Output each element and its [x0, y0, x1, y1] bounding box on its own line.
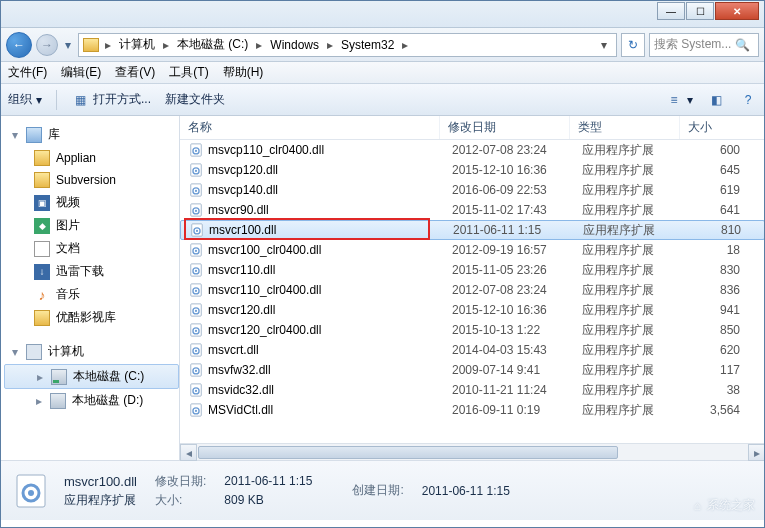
search-input[interactable]: 搜索 System... 🔍	[649, 33, 759, 57]
horizontal-scrollbar[interactable]: ◂ ▸	[180, 443, 765, 460]
breadcrumb-separator[interactable]: ▸	[103, 38, 113, 52]
refresh-button[interactable]: ↻	[621, 33, 645, 57]
new-folder-button[interactable]: 新建文件夹	[165, 91, 225, 108]
file-type: 应用程序扩展	[582, 322, 692, 339]
tree-libraries[interactable]: 库	[4, 122, 179, 147]
view-options-button[interactable]: ≡ ▾	[665, 91, 693, 109]
column-size[interactable]: 大小	[680, 116, 765, 139]
menu-file[interactable]: 文件(F)	[8, 64, 47, 81]
tree-pictures[interactable]: ◆ 图片	[4, 214, 179, 237]
main-area: 库 Applian Subversion ▣ 视频 ◆ 图片 文档 ↓ 迅雷下载…	[0, 116, 765, 460]
close-button[interactable]: ✕	[715, 2, 759, 20]
navigation-pane[interactable]: 库 Applian Subversion ▣ 视频 ◆ 图片 文档 ↓ 迅雷下载…	[0, 116, 180, 460]
forward-button[interactable]: →	[36, 34, 58, 56]
breadcrumb-computer[interactable]: 计算机	[117, 36, 157, 53]
expand-icon[interactable]	[34, 394, 44, 408]
details-mod-label: 修改日期:	[155, 473, 206, 490]
breadcrumb-system32[interactable]: System32	[339, 38, 396, 52]
menu-tools[interactable]: 工具(T)	[169, 64, 208, 81]
tree-drive-c[interactable]: 本地磁盘 (C:)	[4, 364, 179, 389]
file-date: 2015-10-13 1:22	[452, 323, 582, 337]
menu-help[interactable]: 帮助(H)	[223, 64, 264, 81]
breadcrumb-windows[interactable]: Windows	[268, 38, 321, 52]
tree-youku[interactable]: 优酷影视库	[4, 306, 179, 329]
tree-label: 文档	[56, 240, 80, 257]
menu-edit[interactable]: 编辑(E)	[61, 64, 101, 81]
tree-applian[interactable]: Applian	[4, 147, 179, 169]
tree-subversion[interactable]: Subversion	[4, 169, 179, 191]
file-row[interactable]: msvcr110_clr0400.dll2012-07-08 23:24应用程序…	[180, 280, 765, 300]
tree-drive-d[interactable]: 本地磁盘 (D:)	[4, 389, 179, 412]
breadcrumb-separator[interactable]: ▸	[325, 38, 335, 52]
expand-icon[interactable]	[10, 345, 20, 359]
menu-view[interactable]: 查看(V)	[115, 64, 155, 81]
open-with-button[interactable]: ▦ 打开方式...	[71, 91, 151, 109]
svg-point-11	[195, 210, 197, 212]
file-name: msvcr110_clr0400.dll	[208, 283, 452, 297]
file-list[interactable]: msvcp110_clr0400.dll2012-07-08 23:24应用程序…	[180, 140, 765, 443]
dll-file-icon	[188, 302, 204, 318]
tree-label: 视频	[56, 194, 80, 211]
tree-computer[interactable]: 计算机	[4, 339, 179, 364]
expand-icon[interactable]	[10, 128, 20, 142]
breadcrumb-drive-c[interactable]: 本地磁盘 (C:)	[175, 36, 250, 53]
details-size-value: 809 KB	[224, 493, 312, 507]
tree-label: 库	[48, 126, 60, 143]
details-mod-value: 2011-06-11 1:15	[224, 474, 312, 488]
download-icon: ↓	[34, 264, 50, 280]
tree-label: 音乐	[56, 286, 80, 303]
file-row[interactable]: msvcr90.dll2015-11-02 17:43应用程序扩展641	[180, 200, 765, 220]
file-row[interactable]: MSVidCtl.dll2016-09-11 0:19应用程序扩展3,564	[180, 400, 765, 420]
scroll-left-button[interactable]: ◂	[180, 444, 197, 461]
file-row[interactable]: msvcr110.dll2015-11-05 23:26应用程序扩展830	[180, 260, 765, 280]
dll-file-icon	[188, 382, 204, 398]
file-type: 应用程序扩展	[582, 182, 692, 199]
back-button[interactable]: ←	[6, 32, 32, 58]
file-type: 应用程序扩展	[582, 382, 692, 399]
arrow-left-icon: ←	[13, 38, 25, 52]
scrollbar-thumb[interactable]	[198, 446, 618, 459]
breadcrumb-separator[interactable]: ▸	[400, 38, 410, 52]
minimize-button[interactable]: —	[657, 2, 685, 20]
file-row[interactable]: msvcr100_clr0400.dll2012-09-19 16:57应用程序…	[180, 240, 765, 260]
preview-pane-button[interactable]: ◧	[707, 91, 725, 109]
file-row[interactable]: msvcp140.dll2016-06-09 22:53应用程序扩展619	[180, 180, 765, 200]
help-button[interactable]: ?	[739, 91, 757, 109]
file-name: msvcp110_clr0400.dll	[208, 143, 452, 157]
dll-file-icon	[188, 142, 204, 158]
breadcrumb-separator[interactable]: ▸	[161, 38, 171, 52]
file-size: 810	[693, 223, 753, 237]
tree-music[interactable]: ♪ 音乐	[4, 283, 179, 306]
column-date[interactable]: 修改日期	[440, 116, 570, 139]
file-size: 619	[692, 183, 752, 197]
file-name: MSVidCtl.dll	[208, 403, 452, 417]
dll-file-icon	[188, 262, 204, 278]
file-type: 应用程序扩展	[582, 302, 692, 319]
tree-video[interactable]: ▣ 视频	[4, 191, 179, 214]
details-size-label: 大小:	[155, 492, 206, 509]
file-size: 18	[692, 243, 752, 257]
file-row[interactable]: msvfw32.dll2009-07-14 9:41应用程序扩展117	[180, 360, 765, 380]
svg-point-41	[195, 410, 197, 412]
breadcrumb-separator[interactable]: ▸	[254, 38, 264, 52]
file-row[interactable]: msvcr120_clr0400.dll2015-10-13 1:22应用程序扩…	[180, 320, 765, 340]
file-row[interactable]: msvcp120.dll2015-12-10 16:36应用程序扩展645	[180, 160, 765, 180]
scroll-right-button[interactable]: ▸	[748, 444, 765, 461]
file-row[interactable]: msvidc32.dll2010-11-21 11:24应用程序扩展38	[180, 380, 765, 400]
organize-button[interactable]: 组织 ▾	[8, 91, 42, 108]
file-row[interactable]: msvcp110_clr0400.dll2012-07-08 23:24应用程序…	[180, 140, 765, 160]
column-name[interactable]: 名称	[180, 116, 440, 139]
history-dropdown[interactable]: ▾	[62, 36, 74, 54]
preview-icon: ◧	[707, 91, 725, 109]
expand-icon[interactable]	[35, 370, 45, 384]
maximize-button[interactable]: ☐	[686, 2, 714, 20]
address-bar[interactable]: ▸ 计算机 ▸ 本地磁盘 (C:) ▸ Windows ▸ System32 ▸…	[78, 33, 617, 57]
file-row[interactable]: msvcr100.dll2011-06-11 1:15应用程序扩展810	[180, 220, 765, 240]
file-row[interactable]: msvcr120.dll2015-12-10 16:36应用程序扩展941	[180, 300, 765, 320]
tree-documents[interactable]: 文档	[4, 237, 179, 260]
column-type[interactable]: 类型	[570, 116, 680, 139]
file-row[interactable]: msvcrt.dll2014-04-03 15:43应用程序扩展620	[180, 340, 765, 360]
address-dropdown[interactable]: ▾	[596, 38, 612, 52]
details-type: 应用程序扩展	[64, 492, 137, 509]
tree-xunlei[interactable]: ↓ 迅雷下载	[4, 260, 179, 283]
